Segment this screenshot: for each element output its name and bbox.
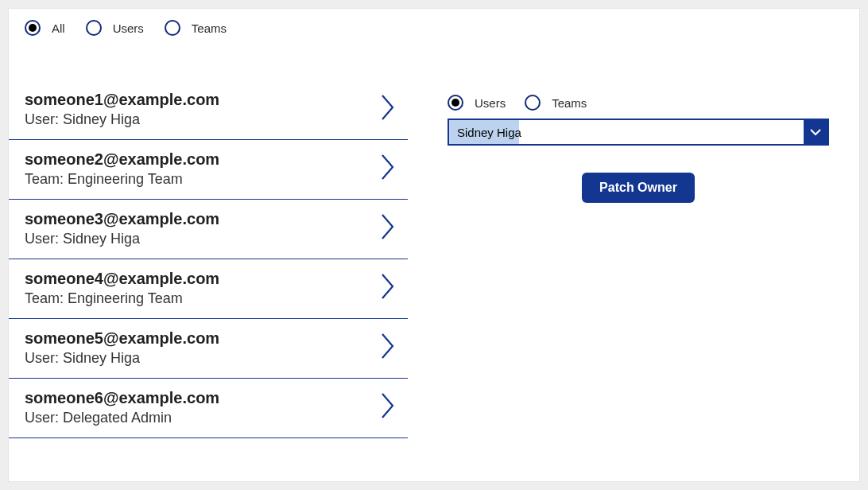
main-area: someone1@example.com User: Sidney Higa s… [9,80,859,481]
list-item-text: someone5@example.com User: Sidney Higa [25,329,219,367]
list-item-text: someone3@example.com User: Sidney Higa [25,209,219,247]
detail-teams-label: Teams [552,96,587,110]
list-item[interactable]: someone6@example.com User: Delegated Adm… [9,379,408,438]
list-item-owner: User: Sidney Higa [25,350,219,367]
list-item[interactable]: someone3@example.com User: Sidney Higa [9,200,408,259]
owner-list: someone1@example.com User: Sidney Higa s… [9,80,408,481]
list-item-owner: User: Sidney Higa [25,111,219,128]
filter-users-radio[interactable]: Users [86,20,144,36]
list-item-email: someone3@example.com [25,209,219,229]
owner-list-scroll[interactable]: someone1@example.com User: Sidney Higa s… [9,80,408,481]
patch-owner-button[interactable]: Patch Owner [582,173,695,203]
chevron-right-icon [381,392,395,422]
list-item-owner: User: Sidney Higa [25,231,219,247]
chevron-right-icon [381,94,395,124]
list-item[interactable]: someone2@example.com Team: Engineering T… [9,140,408,200]
list-item-email: someone2@example.com [25,150,219,169]
chevron-right-icon [381,332,395,363]
filter-teams-radio[interactable]: Teams [165,20,227,36]
list-item[interactable]: someone4@example.com Team: Engineering T… [9,259,408,319]
top-filter-row: All Users Teams [9,9,859,44]
list-item-text: someone2@example.com Team: Engineering T… [25,150,219,188]
list-item-text: someone1@example.com User: Sidney Higa [25,90,219,128]
chevron-right-icon [381,213,395,243]
chevron-right-icon [381,273,395,303]
list-item-text: someone6@example.com User: Delegated Adm… [25,388,219,426]
action-row: Patch Owner [448,173,829,203]
radio-icon [448,95,463,111]
list-item-email: someone6@example.com [25,388,219,408]
list-item[interactable]: someone1@example.com User: Sidney Higa [9,80,408,140]
detail-filter-row: Users Teams [448,95,829,119]
owner-select-value: Sidney Higa [449,120,804,144]
list-item-text: someone4@example.com Team: Engineering T… [25,269,219,307]
detail-users-radio[interactable]: Users [448,95,506,111]
radio-icon [165,20,180,36]
list-item-owner: Team: Engineering Team [25,290,219,307]
list-item-email: someone1@example.com [25,90,219,110]
app-panel: All Users Teams someone1@example.com Use… [8,8,860,482]
list-item-email: someone5@example.com [25,329,219,348]
owner-select-toggle[interactable] [804,120,827,144]
chevron-down-icon [809,126,822,138]
owner-select[interactable]: Sidney Higa [448,119,829,146]
radio-icon [525,95,541,111]
filter-teams-label: Teams [192,21,227,35]
detail-panel: Users Teams Sidney Higa Patch Owner [408,80,859,481]
list-item-owner: User: Delegated Admin [25,410,219,426]
list-item-email: someone4@example.com [25,269,219,289]
list-item-owner: Team: Engineering Team [25,171,219,188]
detail-users-label: Users [475,96,506,110]
filter-all-label: All [52,21,65,35]
list-item[interactable]: someone5@example.com User: Sidney Higa [9,319,408,379]
radio-icon [25,20,41,36]
filter-all-radio[interactable]: All [25,20,65,36]
filter-users-label: Users [113,21,144,35]
detail-teams-radio[interactable]: Teams [525,95,587,111]
radio-icon [86,20,102,36]
chevron-right-icon [381,154,395,184]
